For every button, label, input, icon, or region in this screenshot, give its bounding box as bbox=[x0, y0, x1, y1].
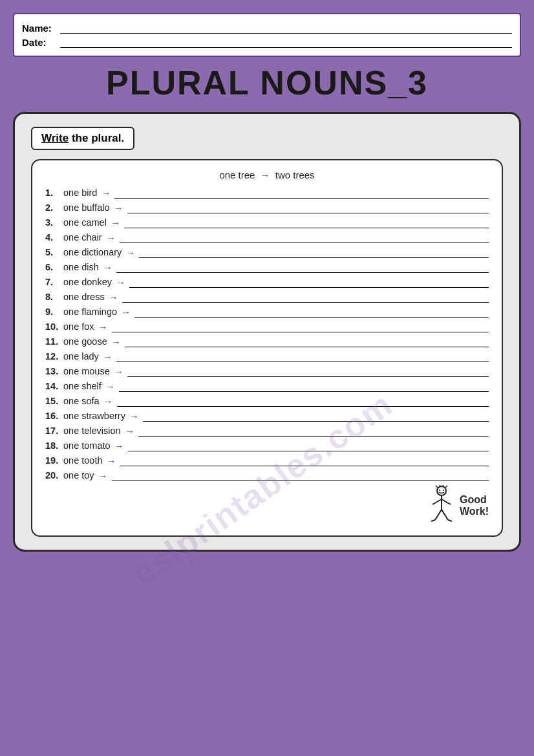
row-number: 10. bbox=[45, 321, 63, 332]
answer-line[interactable] bbox=[127, 202, 489, 213]
row-arrow-icon: → bbox=[109, 292, 118, 303]
table-row: 9.one flamingo→ bbox=[45, 306, 489, 318]
svg-point-2 bbox=[443, 490, 444, 491]
table-row: 15.one sofa→ bbox=[45, 395, 489, 407]
row-text: one dish bbox=[63, 262, 99, 272]
answer-line[interactable] bbox=[120, 455, 489, 466]
rows-container: 1.one bird→2.one buffalo→3.one camel→4.o… bbox=[45, 187, 489, 481]
row-arrow-icon: → bbox=[103, 396, 113, 407]
row-text: one toy bbox=[63, 470, 94, 481]
row-arrow-icon: → bbox=[111, 336, 121, 347]
table-row: 1.one bird→ bbox=[45, 187, 489, 199]
instruction-rest: the plural. bbox=[69, 132, 124, 144]
table-row: 4.one chair→ bbox=[45, 232, 489, 243]
answer-line[interactable] bbox=[116, 351, 489, 362]
answer-line[interactable] bbox=[139, 246, 489, 258]
answer-line[interactable] bbox=[112, 470, 489, 481]
date-label: Date: bbox=[22, 37, 58, 48]
table-row: 17.one television→ bbox=[45, 425, 489, 437]
row-text: one donkey bbox=[63, 277, 112, 287]
inner-box-container: eslprintables.com one tree → two trees 1… bbox=[31, 159, 503, 537]
row-number: 1. bbox=[45, 188, 63, 198]
table-row: 6.one dish→ bbox=[45, 261, 489, 273]
answer-line[interactable] bbox=[129, 276, 489, 288]
row-text: one mouse bbox=[63, 366, 110, 376]
answer-line[interactable] bbox=[124, 217, 489, 228]
row-number: 13. bbox=[45, 366, 63, 376]
row-text: one strawberry bbox=[63, 411, 125, 421]
answer-line[interactable] bbox=[116, 261, 489, 273]
svg-line-12 bbox=[431, 520, 435, 521]
svg-line-6 bbox=[445, 486, 447, 488]
table-row: 3.one camel→ bbox=[45, 217, 489, 228]
row-number: 18. bbox=[45, 440, 63, 451]
svg-point-1 bbox=[439, 490, 440, 491]
row-number: 6. bbox=[45, 262, 63, 272]
name-line[interactable] bbox=[60, 22, 512, 34]
table-row: 8.one dress→ bbox=[45, 291, 489, 303]
row-text: one tomato bbox=[63, 440, 111, 451]
row-arrow-icon: → bbox=[114, 366, 123, 377]
row-arrow-icon: → bbox=[114, 202, 123, 213]
row-number: 3. bbox=[45, 217, 63, 228]
row-number: 15. bbox=[45, 396, 63, 406]
row-text: one sofa bbox=[63, 396, 100, 406]
date-line[interactable] bbox=[60, 36, 512, 48]
answer-line[interactable] bbox=[134, 306, 489, 318]
row-text: one fox bbox=[63, 321, 94, 332]
table-row: 20.one toy→ bbox=[45, 470, 489, 481]
row-number: 12. bbox=[45, 351, 63, 362]
answer-line[interactable] bbox=[114, 187, 489, 199]
row-arrow-icon: → bbox=[106, 232, 116, 243]
row-text: one flamingo bbox=[63, 307, 117, 317]
row-text: one shelf bbox=[63, 381, 101, 391]
row-arrow-icon: → bbox=[111, 217, 120, 228]
svg-line-5 bbox=[443, 485, 443, 486]
example-arrow: → bbox=[261, 169, 270, 180]
table-row: 13.one mouse→ bbox=[45, 365, 489, 377]
answer-line[interactable] bbox=[138, 425, 489, 437]
svg-line-9 bbox=[442, 499, 451, 504]
svg-line-10 bbox=[435, 510, 442, 520]
good-work-line1: Good bbox=[460, 494, 489, 506]
answer-line[interactable] bbox=[125, 336, 489, 347]
answer-line[interactable] bbox=[117, 395, 489, 407]
row-text: one lady bbox=[63, 351, 99, 362]
row-arrow-icon: → bbox=[125, 247, 135, 258]
row-arrow-icon: → bbox=[125, 426, 134, 437]
name-date-box: Name: Date: bbox=[13, 13, 521, 57]
row-number: 7. bbox=[45, 277, 63, 287]
row-arrow-icon: → bbox=[103, 351, 112, 362]
table-row: 2.one buffalo→ bbox=[45, 202, 489, 213]
row-text: one tooth bbox=[63, 455, 102, 466]
row-arrow-icon: → bbox=[121, 307, 131, 318]
row-arrow-icon: → bbox=[98, 321, 108, 332]
table-row: 7.one donkey→ bbox=[45, 276, 489, 288]
answer-line[interactable] bbox=[119, 380, 489, 392]
example-text: one tree bbox=[219, 169, 255, 180]
good-work-text: Good Work! bbox=[460, 494, 489, 517]
table-row: 14.one shelf→ bbox=[45, 380, 489, 392]
row-arrow-icon: → bbox=[103, 262, 112, 273]
table-row: 12.one lady→ bbox=[45, 351, 489, 362]
instruction-box: Write the plural. bbox=[31, 127, 134, 150]
row-number: 16. bbox=[45, 411, 63, 421]
answer-line[interactable] bbox=[128, 440, 489, 451]
row-text: one chair bbox=[63, 232, 102, 243]
svg-line-13 bbox=[448, 520, 452, 521]
answer-line[interactable] bbox=[122, 291, 489, 303]
table-row: 18.one tomato→ bbox=[45, 440, 489, 451]
answer-line[interactable] bbox=[127, 365, 489, 377]
row-text: one goose bbox=[63, 336, 107, 347]
row-number: 8. bbox=[45, 292, 63, 302]
row-number: 20. bbox=[45, 470, 63, 481]
good-work-line2: Work! bbox=[460, 506, 489, 517]
answer-line[interactable] bbox=[112, 321, 489, 332]
svg-line-11 bbox=[442, 510, 448, 520]
answer-line[interactable] bbox=[143, 410, 489, 422]
table-row: 11.one goose→ bbox=[45, 336, 489, 347]
row-arrow-icon: → bbox=[114, 440, 124, 451]
svg-line-8 bbox=[433, 499, 442, 504]
svg-line-4 bbox=[440, 485, 440, 486]
answer-line[interactable] bbox=[120, 232, 489, 243]
